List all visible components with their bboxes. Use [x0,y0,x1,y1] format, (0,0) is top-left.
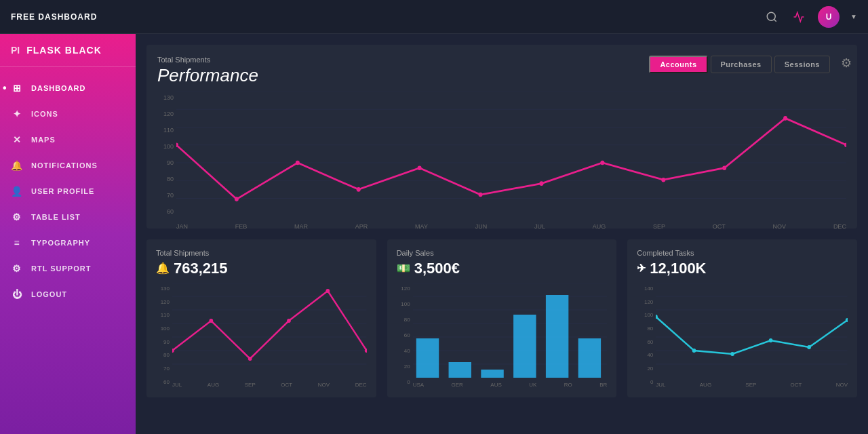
shipments-chart: JUL AUG SEP OCT NOV DEC [172,283,367,388]
svg-rect-40 [416,338,438,378]
svg-point-10 [296,161,300,165]
nav-label-table-list: TABLE LIST [31,213,81,221]
perf-line-chart [176,92,846,218]
activity-icon[interactable] [791,9,807,25]
svg-rect-42 [481,370,503,378]
svg-point-0 [767,12,775,20]
svg-point-17 [722,165,726,170]
tasks-chart: JUL AUG SEP OCT NOV [656,283,848,388]
chart-tabs: Accounts Purchases Sessions [649,56,830,73]
nav-label-logout: LOGOUT [31,290,67,298]
svg-point-9 [235,197,239,201]
sidebar-item-dashboard[interactable]: ⊞ DASHBOARD [0,75,136,101]
shipments-card: Total Shipments 🔔 763,215 130 120 110 10… [146,239,376,397]
tab-sessions[interactable]: Sessions [774,56,830,73]
nav-icon-maps: ✕ [11,134,23,146]
shipments-x-axis: JUL AUG SEP OCT NOV DEC [172,380,367,388]
topbar-title: FREE DASHBOARD [11,12,764,22]
avatar-chevron[interactable]: ▼ [850,13,857,20]
nav-icon-rtl-support: ⚙ [11,262,23,275]
nav-icon-table-list: ⚙ [11,211,23,223]
sidebar: PI FLASK BLACK ⊞ DASHBOARD ✦ ICONS ✕ MAP… [0,34,136,434]
sales-subtitle: Daily Sales [397,249,608,257]
tab-accounts[interactable]: Accounts [649,56,707,73]
sidebar-nav: ⊞ DASHBOARD ✦ ICONS ✕ MAPS 🔔 NOTIFICATIO… [0,73,136,434]
search-icon[interactable] [764,9,780,25]
svg-point-18 [783,116,787,121]
svg-rect-44 [546,295,568,378]
svg-point-12 [418,165,422,170]
user-avatar[interactable]: U [818,6,840,28]
topbar-icons: U ▼ [764,6,857,28]
shipments-chart-area: 130 120 110 100 90 80 70 60 [156,283,367,388]
nav-label-typography: TYPOGRAPHY [31,239,90,247]
settings-icon[interactable]: ⚙ [841,56,852,71]
y-axis: 130 120 110 100 90 80 70 60 [157,92,176,218]
x-axis: JAN FEB MAR APR MAY JUN JUL AUG SEP OCT … [176,220,846,230]
brand-name: FLASK BLACK [26,45,102,56]
sales-value: 💵 3,500€ [397,260,608,277]
svg-point-31 [326,289,330,293]
svg-rect-45 [578,338,600,378]
perf-chart-area: JAN FEB MAR APR MAY JUN JUL AUG SEP OCT … [176,92,846,218]
sidebar-item-notifications[interactable]: 🔔 NOTIFICATIONS [0,153,136,178]
svg-point-56 [769,338,773,342]
nav-label-rtl-support: RTL SUPPORT [31,264,91,273]
tasks-value: ✈ 12,100K [637,260,848,277]
tasks-card: Completed Tasks ✈ 12,100K 140 120 100 80… [627,239,857,397]
nav-icon-logout: ⏻ [11,288,23,300]
shipments-value: 🔔 763,215 [156,260,367,277]
svg-point-30 [287,319,291,323]
layout: PI FLASK BLACK ⊞ DASHBOARD ✦ ICONS ✕ MAP… [0,34,868,434]
bottom-cards: Total Shipments 🔔 763,215 130 120 110 10… [146,239,857,397]
sales-card: Daily Sales 💵 3,500€ 120 100 80 60 40 20… [387,239,617,397]
plane-icon: ✈ [637,262,646,275]
sales-x-axis: USA GER AUS UK RO BR [413,380,608,388]
nav-label-icons: ICONS [31,110,58,118]
tasks-x-axis: JUL AUG SEP OCT NOV [656,380,848,388]
svg-point-57 [808,345,812,349]
performance-card: Total Shipments Performance Accounts Pur… [146,45,857,229]
sidebar-brand: PI FLASK BLACK [0,34,136,67]
svg-rect-41 [448,362,471,378]
nav-icon-user-profile: 👤 [11,185,23,197]
svg-point-11 [357,187,361,192]
shipments-line [172,283,367,378]
sidebar-item-table-list[interactable]: ⚙ TABLE LIST [0,204,136,230]
nav-label-notifications: NOTIFICATIONS [31,161,98,170]
nav-icon-dashboard: ⊞ [11,82,23,94]
money-icon: 💵 [397,262,410,275]
nav-label-maps: MAPS [31,136,56,144]
sidebar-item-maps[interactable]: ✕ MAPS [0,127,136,153]
tasks-chart-area: 140 120 100 80 60 40 20 0 [637,283,848,388]
topbar: FREE DASHBOARD U ▼ [0,0,868,34]
sidebar-item-icons[interactable]: ✦ ICONS [0,101,136,127]
nav-icon-typography: ≡ [11,237,23,249]
sidebar-item-rtl-support[interactable]: ⚙ RTL SUPPORT [0,256,136,281]
sidebar-item-typography[interactable]: ≡ TYPOGRAPHY [0,230,136,256]
svg-point-55 [731,352,735,356]
nav-label-dashboard: DASHBOARD [31,84,86,92]
shipments-y-axis: 130 120 110 100 90 80 70 60 [156,283,172,388]
sidebar-item-logout[interactable]: ⏻ LOGOUT [0,281,136,307]
main-content: Total Shipments Performance Accounts Pur… [136,34,868,434]
sales-chart: USA GER AUS UK RO BR [413,283,608,388]
svg-point-13 [479,193,483,197]
svg-point-14 [539,181,543,186]
svg-point-15 [600,161,604,165]
tasks-line [656,283,848,378]
svg-point-28 [209,319,213,323]
nav-label-user-profile: USER PROFILE [31,187,94,195]
svg-point-29 [248,357,252,361]
tasks-y-axis: 140 120 100 80 60 40 20 0 [637,283,656,388]
nav-icon-notifications: 🔔 [11,159,23,172]
sidebar-item-user-profile[interactable]: 👤 USER PROFILE [0,178,136,204]
tab-purchases[interactable]: Purchases [711,56,772,73]
shipments-subtitle: Total Shipments [156,249,367,257]
sales-chart-area: 120 100 80 60 40 20 0 [397,283,608,388]
svg-point-54 [692,349,696,353]
bell-icon: 🔔 [156,262,170,275]
sales-bars [413,283,608,378]
sales-y-axis: 120 100 80 60 40 20 0 [397,283,413,388]
svg-point-16 [661,178,665,182]
